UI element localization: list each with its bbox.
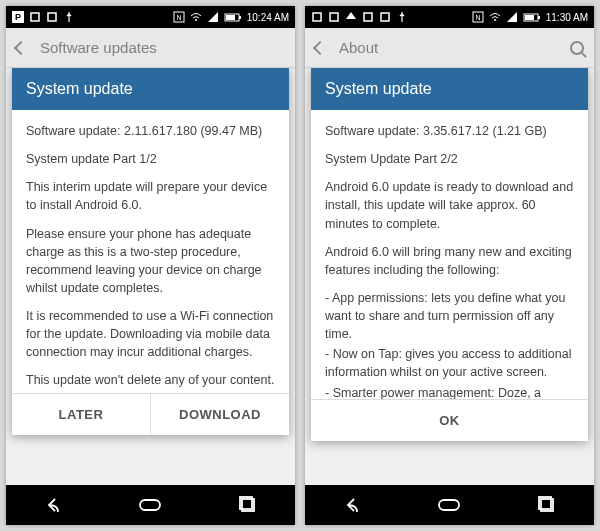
status-time: 11:30 AM <box>546 12 588 23</box>
status-bar: P N 10:24 AM <box>6 6 295 28</box>
recent-nav-icon[interactable] <box>237 494 259 516</box>
status-bar: N 11:30 AM <box>305 6 594 28</box>
home-nav-icon[interactable] <box>435 494 463 516</box>
svg-rect-9 <box>226 15 235 20</box>
update-part: System Update Part 2/2 <box>325 150 574 168</box>
svg-text:P: P <box>15 12 21 22</box>
notif-icon <box>362 11 374 23</box>
system-update-dialog: System update Software update: 2.11.617.… <box>12 68 289 435</box>
feature-doze: - Smarter power management: Doze, a batt… <box>325 384 574 400</box>
drive-icon <box>345 11 357 23</box>
update-ready: Android 6.0 update is ready to download … <box>325 178 574 232</box>
notif-icon <box>379 11 391 23</box>
content-area: System update Software update: 3.35.617.… <box>305 68 594 485</box>
svg-rect-22 <box>525 15 534 20</box>
right-phone: N 11:30 AM About System update Software … <box>305 6 594 525</box>
back-nav-icon[interactable] <box>42 494 64 516</box>
page-title: About <box>339 39 556 56</box>
wifi-icon <box>489 11 501 23</box>
svg-rect-3 <box>48 13 56 21</box>
update-contact: This update won't delete any of your con… <box>26 371 275 393</box>
svg-rect-13 <box>313 13 321 21</box>
notif-icon <box>311 11 323 23</box>
update-features: Android 6.0 will bring many new and exci… <box>325 243 574 279</box>
later-button[interactable]: LATER <box>12 394 150 435</box>
battery-icon <box>523 11 541 23</box>
search-icon[interactable] <box>570 41 584 55</box>
svg-rect-14 <box>330 13 338 21</box>
system-update-dialog: System update Software update: 3.35.617.… <box>311 68 588 441</box>
feature-nowontap: - Now on Tap: gives you access to additi… <box>325 345 574 381</box>
left-phone: P N 10:24 AM Software updates CHECK NOW … <box>6 6 295 525</box>
update-desc: This interim update will prepare your de… <box>26 178 275 214</box>
usb-icon <box>396 11 408 23</box>
svg-point-19 <box>494 19 496 21</box>
signal-icon <box>207 11 219 23</box>
svg-rect-21 <box>538 16 540 19</box>
dialog-buttons: LATER DOWNLOAD <box>12 393 289 435</box>
signal-icon <box>506 11 518 23</box>
svg-rect-2 <box>31 13 39 21</box>
dialog-body: Software update: 2.11.617.180 (99.47 MB)… <box>12 110 289 393</box>
back-nav-icon[interactable] <box>341 494 363 516</box>
dialog-title: System update <box>311 68 588 110</box>
back-icon[interactable] <box>14 40 28 54</box>
nfc-icon: N <box>472 11 484 23</box>
feature-permissions: - App permissions: lets you define what … <box>325 289 574 343</box>
dialog-buttons: OK <box>311 399 588 441</box>
recent-nav-icon[interactable] <box>536 494 558 516</box>
app-bar: Software updates <box>6 28 295 68</box>
usb-icon <box>63 11 75 23</box>
status-time: 10:24 AM <box>247 12 289 23</box>
update-version: Software update: 3.35.617.12 (1.21 GB) <box>325 122 574 140</box>
svg-rect-10 <box>140 500 160 510</box>
svg-rect-23 <box>439 500 459 510</box>
app-bar: About <box>305 28 594 68</box>
download-button[interactable]: DOWNLOAD <box>150 394 289 435</box>
notif-icon <box>328 11 340 23</box>
page-title: Software updates <box>40 39 285 56</box>
dialog-body: Software update: 3.35.617.12 (1.21 GB) S… <box>311 110 588 399</box>
svg-text:N: N <box>176 14 181 21</box>
svg-point-6 <box>195 19 197 21</box>
app-icon: P <box>12 11 24 23</box>
wifi-icon <box>190 11 202 23</box>
notif-icon <box>29 11 41 23</box>
svg-text:N: N <box>475 14 480 21</box>
dialog-title: System update <box>12 68 289 110</box>
update-version: Software update: 2.11.617.180 (99.47 MB) <box>26 122 275 140</box>
update-part: System update Part 1/2 <box>26 150 275 168</box>
home-nav-icon[interactable] <box>136 494 164 516</box>
update-charge: Please ensure your phone has adequate ch… <box>26 225 275 298</box>
svg-rect-8 <box>239 16 241 19</box>
nav-bar <box>305 485 594 525</box>
ok-button[interactable]: OK <box>311 400 588 441</box>
battery-icon <box>224 11 242 23</box>
svg-rect-15 <box>364 13 372 21</box>
nfc-icon: N <box>173 11 185 23</box>
nav-bar <box>6 485 295 525</box>
content-area: CHECK NOW System update Software update:… <box>6 68 295 485</box>
update-wifi: It is recommended to use a Wi-Fi connect… <box>26 307 275 361</box>
notif-icon <box>46 11 58 23</box>
svg-rect-16 <box>381 13 389 21</box>
back-icon[interactable] <box>313 40 327 54</box>
